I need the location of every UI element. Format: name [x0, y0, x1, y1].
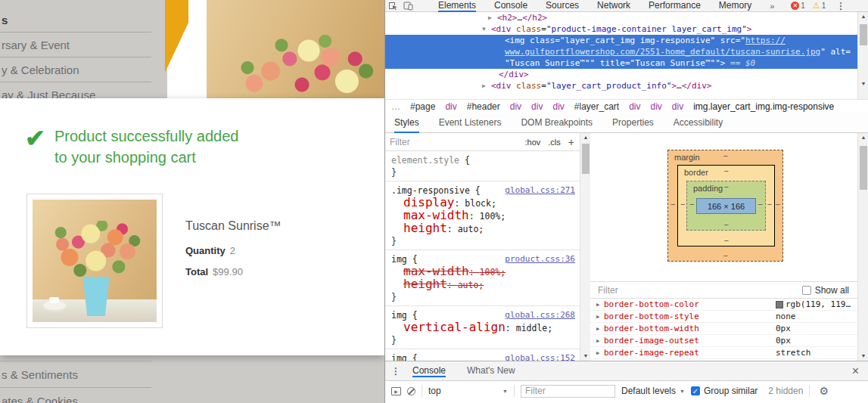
tab-accessibility[interactable]: Accessibility — [674, 113, 723, 133]
show-all-checkbox[interactable] — [802, 286, 811, 295]
expand-icon[interactable]: ▶ — [596, 350, 604, 356]
breadcrumb-item[interactable]: div — [445, 101, 456, 112]
tab-console[interactable]: Console — [412, 365, 446, 377]
css-selector[interactable]: element.style — [391, 155, 459, 166]
console-sidebar-icon[interactable]: ▶ — [391, 387, 401, 395]
category-item[interactable]: y & Celebration — [0, 57, 151, 82]
category-item[interactable]: ates & Cookies — [0, 387, 151, 403]
tab-styles[interactable]: Styles — [394, 113, 419, 133]
tab-memory[interactable]: Memory — [719, 0, 751, 12]
new-style-rule-icon[interactable]: + — [568, 136, 574, 148]
scroll-down-icon[interactable]: ▼ — [858, 352, 868, 361]
tab-what-s-new[interactable]: What's New — [467, 365, 515, 376]
stylesheet-link[interactable]: product.css:36 — [505, 253, 575, 265]
box-model-content[interactable]: 166 × 166 — [696, 198, 756, 214]
box-model-dash[interactable]: − — [724, 166, 729, 175]
group-similar-checkbox[interactable]: ✓ — [691, 386, 700, 395]
computed-property-row[interactable]: ▶border-bottom-colorrgb(119, 119… — [590, 299, 868, 311]
expand-icon[interactable]: ▶ — [596, 314, 604, 320]
tree-row[interactable]: ▶<div class="layer_cart_product_info">…<… — [385, 80, 858, 91]
css-selector[interactable]: img — [391, 353, 407, 361]
box-model-margin[interactable]: margin border padding 166 × 166 −−−− −−−… — [667, 150, 783, 262]
scroll-down-icon[interactable]: ▼ — [858, 79, 868, 88]
breadcrumb-item[interactable]: … — [391, 101, 400, 112]
category-item[interactable]: s & Sentiments — [0, 361, 151, 387]
clear-console-icon[interactable] — [407, 387, 415, 395]
device-toolbar-icon[interactable] — [400, 0, 415, 11]
css-selector[interactable]: img — [391, 254, 407, 265]
styles-scrollbar[interactable]: ▲ ▼ — [580, 133, 590, 361]
breadcrumb-item[interactable]: #page — [410, 101, 435, 112]
tree-row[interactable]: www.gulfportflowershop.com/2551-home_def… — [385, 46, 858, 57]
computed-filter-input[interactable] — [598, 285, 802, 296]
box-model-dash[interactable]: − — [758, 200, 763, 209]
css-selector[interactable]: .img-responsive — [391, 185, 470, 196]
stylesheet-link[interactable]: global.css:268 — [505, 309, 575, 321]
tab-elements[interactable]: Elements — [438, 0, 476, 12]
breadcrumb-item[interactable]: div — [651, 101, 662, 112]
breadcrumb-item[interactable]: div — [672, 101, 683, 112]
css-selector[interactable]: img — [391, 310, 407, 321]
tab-network[interactable]: Network — [597, 0, 630, 12]
category-item[interactable]: rsary & Event — [0, 33, 151, 57]
box-model-dash[interactable]: − — [723, 251, 728, 260]
box-model-dash[interactable]: − — [776, 200, 780, 209]
more-tabs-icon[interactable]: » — [770, 2, 774, 11]
computed-scrollbar[interactable]: ▲ ▼ — [857, 133, 868, 361]
css-property[interactable]: height: auto; — [391, 222, 580, 235]
warning-badge-icon[interactable]: ⚠ — [813, 1, 820, 11]
box-model-dash[interactable]: − — [670, 200, 675, 209]
tree-row[interactable]: </div> — [385, 69, 858, 80]
hidden-messages-count[interactable]: 2 hidden — [768, 386, 803, 396]
scroll-up-icon[interactable]: ▲ — [580, 133, 591, 142]
stylesheet-link[interactable]: global.css:271 — [505, 184, 575, 197]
expand-icon[interactable]: ▶ — [596, 338, 604, 344]
computed-property-row[interactable]: ▶border-bottom-stylenone — [590, 311, 868, 323]
scroll-down-icon[interactable]: ▼ — [580, 352, 591, 361]
breadcrumb-item[interactable]: div — [510, 101, 521, 112]
devtools-menu-icon[interactable]: ⋮ — [836, 1, 845, 11]
scroll-up-icon[interactable]: ▲ — [858, 12, 868, 21]
computed-property-row[interactable]: ▶border-bottom-width0px — [590, 323, 868, 335]
tab-console[interactable]: Console — [494, 0, 527, 12]
css-property[interactable]: height: auto; — [391, 278, 580, 291]
box-model-border[interactable]: border padding 166 × 166 −−−− −−−− — [677, 165, 775, 246]
breadcrumb-item[interactable]: #header — [467, 101, 500, 112]
breadcrumb-item[interactable]: img.layer_cart_img.img-responsive — [693, 101, 834, 112]
tree-row[interactable]: "Tuscan Sunrise™"" title="Tuscan Sunrise… — [385, 57, 858, 69]
element-classes-toggle[interactable]: .cls — [548, 138, 561, 147]
close-drawer-icon[interactable]: × — [852, 364, 859, 378]
box-model-dash[interactable]: − — [724, 236, 729, 245]
tree-row[interactable]: ▶<h2>…</h2> — [385, 12, 858, 23]
tab-properties[interactable]: Properties — [612, 113, 654, 133]
tab-dom-breakpoints[interactable]: DOM Breakpoints — [521, 113, 593, 133]
styles-filter-input[interactable] — [390, 137, 525, 147]
stylesheet-link[interactable]: global.css:152 — [505, 352, 575, 361]
error-badge-icon[interactable]: ✕ — [791, 2, 799, 10]
breadcrumb-item[interactable]: div — [552, 101, 564, 112]
tab-performance[interactable]: Performance — [649, 0, 701, 12]
expand-icon[interactable]: ▶ — [596, 302, 604, 308]
breadcrumb-item[interactable]: div — [629, 101, 640, 112]
css-property[interactable]: vertical-align: middle; — [391, 321, 580, 334]
box-model-dash[interactable]: − — [689, 200, 694, 209]
tree-row[interactable]: ▼<div class="product-image-container lay… — [385, 23, 858, 35]
tab-sources[interactable]: Sources — [546, 0, 579, 12]
box-model-padding[interactable]: padding 166 × 166 −−−− — [686, 181, 766, 231]
inspect-element-icon[interactable] — [385, 0, 400, 11]
pseudo-state-toggle[interactable]: :hov — [525, 138, 541, 147]
computed-property-row[interactable]: ▶border-image-outset0px — [590, 335, 868, 347]
tree-row[interactable]: …<img class="layer_cart_img img-responsi… — [385, 35, 858, 46]
scroll-up-icon[interactable]: ▲ — [858, 133, 868, 142]
console-filter-input[interactable] — [521, 385, 615, 398]
log-levels-dropdown[interactable]: Default levels ▼ — [621, 386, 685, 396]
expand-icon[interactable]: ▶ — [596, 326, 604, 332]
box-model-dash[interactable]: − — [724, 182, 729, 191]
box-model-dash[interactable]: − — [723, 151, 728, 160]
breadcrumb-item[interactable]: div — [531, 101, 543, 112]
drawer-menu-icon[interactable]: ⋮ — [391, 366, 400, 377]
execution-context-selector[interactable]: top ▼ — [428, 386, 508, 396]
box-model-dash[interactable]: − — [767, 200, 772, 209]
console-settings-icon[interactable]: ⚙ — [819, 385, 829, 397]
category-item[interactable]: s — [0, 8, 151, 33]
